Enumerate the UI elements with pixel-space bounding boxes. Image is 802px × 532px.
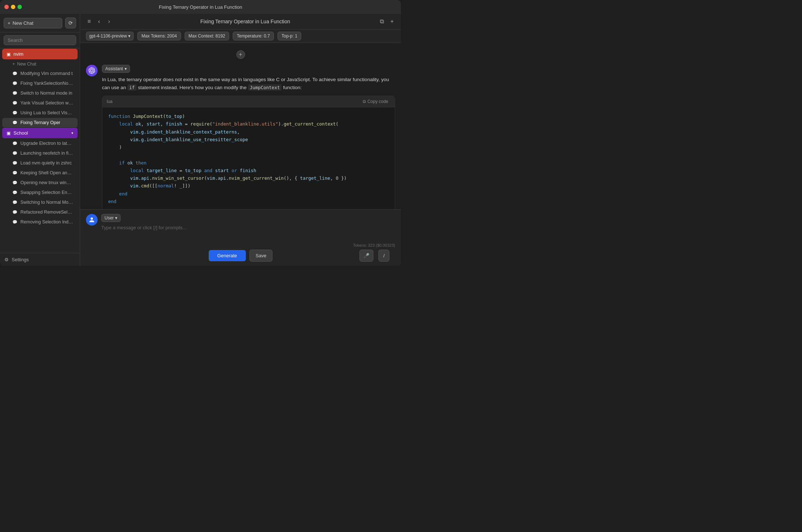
user-icon [89,217,95,223]
chat-item-swapping[interactable]: 💬 Swapping Selection Ends in N [2,188,78,197]
user-avatar [86,214,98,226]
sidebar-header: + New Chat ⟳ [0,14,80,32]
bottom-row: Generate Save 🎤 / [86,250,395,262]
chat-item-fixing-yank[interactable]: 💬 Fixing YankSelectionNoInd [2,79,78,88]
chat-item-fixing-ternary[interactable]: 💬 Fixing Ternary Oper ✎ 🗑 [2,118,78,127]
copy-layout-button[interactable]: ⧉ [378,17,385,26]
forward-button[interactable]: › [106,17,112,26]
new-chat-item-nvim[interactable]: + New Chat [2,60,78,68]
titlebar-title: Fixing Ternary Operator in Lua Function [159,4,242,10]
slash-button[interactable]: / [378,250,389,262]
chat-label: Fixing YankSelectionNoInd [20,81,73,86]
topbar-left: ≡ ‹ › [86,17,112,26]
code-lang: lua [107,99,113,104]
chat-icon: 💬 [12,161,17,166]
chat-label: Swapping Selection Ends in N [20,190,73,195]
folder-icon: ▣ [7,52,11,57]
user-role-select[interactable]: User ▾ [101,214,121,222]
tokens-text: Tokens: 323 ($0.00323) [353,243,395,247]
copy-icon: ⧉ [363,99,366,104]
max-context-badge: Max Context: 8192 [185,32,229,40]
refresh-button[interactable]: ⟳ [65,17,76,28]
chat-item-lua[interactable]: 💬 Using Lua to Select Visual [2,108,78,118]
chat-item-upgrade[interactable]: 💬 Upgrade Electron to latest ver [2,139,78,148]
add-top-button[interactable]: + [236,50,245,59]
chevron-down-icon: ▾ [71,131,73,135]
close-dot[interactable] [4,5,9,9]
minimize-dot[interactable] [11,5,15,9]
chat-icon: 💬 [12,190,17,195]
code-block: function JumpContext(to_top) local ok, s… [102,107,395,209]
save-button[interactable]: Save [249,250,273,262]
search-input[interactable] [4,35,76,45]
assistant-avatar [86,65,98,76]
menu-button[interactable]: ≡ [86,17,92,26]
group-school[interactable]: ▣ School ▾ [2,128,78,138]
chat-label: Launching neofetch in first tm [20,151,73,156]
group-nvim[interactable]: ▣ nvim [2,49,78,59]
chat-item-launching[interactable]: 💬 Launching neofetch in first tm [2,148,78,158]
chat-item-yank[interactable]: 💬 Yank Visual Selection with [2,98,78,108]
input-area: User ▾ Tokens: 323 ($0.00323) Generate S… [80,209,401,266]
model-select[interactable]: gpt-4-1106-preview ▾ [86,32,134,40]
copy-code-button[interactable]: ⧉ Copy code [361,98,390,105]
chat-area: + Assistant ▾ In Lua, the ternary operat… [80,43,401,209]
settings-label: Settings [12,257,29,262]
chat-icon: 💬 [12,180,17,185]
chat-icon: 💬 [12,171,17,175]
chat-label: Load nvm quietly in zshrc [20,160,72,166]
microphone-icon: 🎤 [363,253,369,258]
topbar-title: Fixing Ternary Operator in Lua Function [200,19,290,24]
chat-label: Switching to Normal Mode in [20,200,73,205]
titlebar: Fixing Ternary Operator in Lua Function [0,0,401,14]
assistant-role-label: Assistant [105,66,123,71]
top-p-badge: Top-p: 1 [278,32,301,40]
refresh-icon: ⟳ [68,20,73,26]
model-name: gpt-4-1106-preview [89,33,127,39]
voice-button[interactable]: 🎤 [359,250,373,262]
chevron-down-icon: ▾ [115,215,117,221]
chat-item-removing[interactable]: 💬 Removing Selection Indentati [2,217,78,227]
chat-icon: 💬 [12,220,17,225]
window-controls [4,5,22,9]
code-header: lua ⧉ Copy code [102,96,395,107]
chat-item-keeping[interactable]: 💬 Keeping Shell Open and Inter [2,168,78,178]
new-chat-button[interactable]: + New Chat [4,18,62,28]
chat-label: Switch to Normal mode in [20,91,72,96]
message-input[interactable] [101,224,395,239]
chat-item-load-nvm[interactable]: 💬 Load nvm quietly in zshrc [2,158,78,168]
new-chat-item-label: New Chat [17,61,36,67]
topbar: ≡ ‹ › Fixing Ternary Operator in Lua Fun… [80,14,401,29]
new-chat-label: New Chat [13,20,34,26]
temperature-badge: Temperature: 0.7 [233,32,274,40]
chat-item-opening[interactable]: 💬 Opening new tmux window w [2,178,78,187]
message-text-part2: statement instead. Here's how you can mo… [138,85,247,90]
chat-icon: 💬 [12,81,17,86]
chat-icon: 💬 [12,111,17,115]
chat-label: Upgrade Electron to latest ver [20,141,73,146]
max-tokens-badge: Max Tokens: 2004 [137,32,181,40]
chevron-down-icon: ▾ [125,66,127,71]
assistant-role-select[interactable]: Assistant ▾ [102,65,130,73]
assistant-message: Assistant ▾ In Lua, the ternary operator… [86,65,395,209]
chat-item-switch[interactable]: 💬 Switch to Normal mode in [2,88,78,98]
gear-icon: ⚙ [4,257,9,262]
chat-label: Using Lua to Select Visual [20,110,73,115]
assistant-message-content: Assistant ▾ In Lua, the ternary operator… [102,65,395,209]
copy-code-label: Copy code [367,99,388,104]
chat-item-modifying[interactable]: 💬 Modifying Vim command t [2,69,78,78]
back-button[interactable]: ‹ [96,17,102,26]
plus-icon: + [8,20,11,26]
chat-label: Keeping Shell Open and Inter [20,170,73,175]
chat-item-switching[interactable]: 💬 Switching to Normal Mode in [2,198,78,207]
group-school-label: School [13,130,68,136]
chat-item-refactored[interactable]: 💬 Refactored RemoveSelectionI [2,207,78,217]
user-role-label: User [105,215,114,221]
model-bar: gpt-4-1106-preview ▾ Max Tokens: 2004 Ma… [80,29,401,43]
add-panel-button[interactable]: + [389,17,395,26]
chevron-down-icon: ▾ [128,33,130,39]
generate-button[interactable]: Generate [209,250,246,261]
chat-label: Yank Visual Selection with [20,100,73,106]
settings-item[interactable]: ⚙ Settings [0,253,80,266]
maximize-dot[interactable] [17,5,22,9]
